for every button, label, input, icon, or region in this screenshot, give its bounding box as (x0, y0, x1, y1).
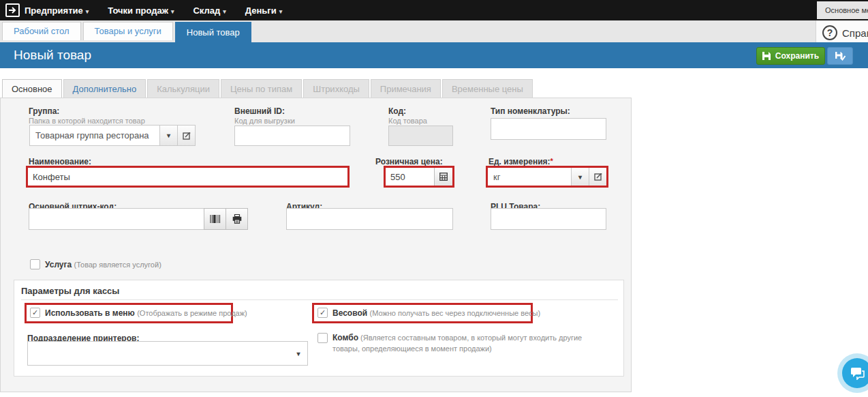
form-tab-prices-by-type: Цены по типам (221, 79, 302, 98)
nomenclature-type-label: Тип номенклатуры: (491, 106, 570, 116)
exit-arrow-icon[interactable] (5, 3, 20, 17)
barcode-scan-button[interactable] (204, 208, 226, 230)
retail-price-highlight (384, 166, 454, 188)
unit-select-value: кг (488, 168, 571, 186)
weighted-label: Весовой (Можно получать вес через подклю… (332, 308, 540, 318)
printer-icon (232, 214, 242, 224)
app-window: Предприятие▾ Точки продаж▾ Склад▾ Деньги… (0, 0, 868, 397)
form-tabs: Основное Дополнительно Калькуляции Цены … (2, 79, 533, 98)
plu-input[interactable] (491, 208, 606, 230)
external-id-label: Внешний ID: (234, 106, 285, 116)
save-button-label: Сохранить (775, 51, 819, 61)
code-hint: Код товара (388, 117, 427, 125)
barcode-icon (210, 214, 221, 224)
price-calculator-button[interactable] (434, 168, 452, 186)
save-button[interactable]: Сохранить (756, 47, 825, 65)
group-dropdown-button[interactable]: ▾ (159, 126, 177, 145)
code-input (388, 126, 453, 146)
calculator-icon (439, 173, 448, 181)
required-asterisk: * (551, 157, 553, 165)
barcode-print-button[interactable] (226, 208, 248, 230)
menu-money[interactable]: Деньги▾ (245, 5, 282, 16)
checkmark-icon: ✓ (320, 308, 326, 317)
tab-desktop[interactable]: Рабочий стол (2, 22, 81, 40)
floppy-check-icon (835, 52, 846, 61)
main-menu-tab[interactable]: Основное меню (817, 1, 868, 19)
printer-dept-select[interactable]: ▾ (27, 341, 308, 366)
service-note: (Товар является услугой) (74, 261, 161, 269)
form-tab-temp-prices: Временные цены (442, 79, 533, 98)
service-checkbox-label: Услуга (Товар является услугой) (45, 260, 161, 269)
printer-dept-dropdown-button[interactable]: ▾ (290, 342, 307, 365)
chat-button[interactable] (842, 358, 868, 388)
barcode-input[interactable] (29, 208, 204, 230)
chat-bubbles-icon (850, 366, 865, 380)
floppy-icon (762, 52, 771, 60)
form-tab-main[interactable]: Основное (2, 79, 62, 98)
external-id-input[interactable] (234, 126, 350, 146)
retail-price-input[interactable] (386, 168, 434, 186)
chevron-down-icon: ▾ (167, 132, 170, 139)
unit-label: Ед. измерения:* (489, 157, 553, 166)
use-in-menu-checkbox[interactable]: ✓ (30, 308, 40, 318)
caret-down-icon: ▾ (171, 8, 174, 15)
combo-note: (Является составным товаром, в который м… (332, 334, 582, 353)
weighted-checkbox[interactable]: ✓ (317, 308, 328, 318)
caret-down-icon: ▾ (279, 8, 283, 15)
help-label: Справка (842, 27, 868, 39)
printer-dept-value (28, 342, 290, 365)
caret-down-icon: ▾ (223, 8, 226, 15)
page-header-bar (0, 42, 868, 68)
combo-checkbox[interactable] (317, 333, 328, 343)
menu-pos[interactable]: Точки продаж▾ (108, 5, 174, 16)
retail-price-label: Розничная цена: (375, 157, 443, 166)
combo-label: Комбо (Является составным товаром, в кот… (332, 332, 600, 354)
external-id-hint: Код для выгрузки (234, 117, 295, 125)
group-edit-button[interactable] (177, 126, 195, 145)
nav-tab-strip: Рабочий стол Товары и услуги Новый товар (0, 20, 868, 42)
group-select[interactable]: Товарная группа ресторана ▾ (29, 125, 196, 146)
caret-down-icon: ▾ (86, 8, 89, 15)
question-icon: ? (822, 25, 837, 40)
service-checkbox[interactable] (30, 259, 40, 269)
page-title: Новый товар (14, 42, 91, 68)
form-tab-barcodes: Штрихкоды (303, 79, 369, 98)
checkmark-icon: ✓ (32, 308, 38, 317)
form-tab-additional[interactable]: Дополнительно (63, 79, 146, 98)
save-and-close-button[interactable] (827, 47, 853, 65)
code-label: Код: (388, 106, 406, 116)
name-label: Наименование: (29, 157, 91, 166)
unit-select[interactable]: кг ▾ (488, 168, 606, 186)
nomenclature-type-input[interactable] (491, 118, 606, 140)
article-input[interactable] (286, 208, 453, 230)
form-tab-calculations: Калькуляции (147, 79, 219, 98)
edit-icon (183, 132, 191, 140)
top-menu-bar: Предприятие▾ Точки продаж▾ Склад▾ Деньги… (0, 0, 868, 20)
unit-edit-button[interactable] (589, 168, 606, 186)
form-tab-notes: Примечания (371, 79, 441, 98)
unit-highlight: кг ▾ (486, 166, 608, 188)
group-label: Группа: (29, 106, 59, 116)
cash-params-title: Параметры для кассы (21, 286, 119, 296)
menu-enterprise[interactable]: Предприятие▾ (25, 5, 89, 16)
weighted-note: (Можно получать вес через подключенные в… (369, 309, 540, 317)
unit-dropdown-button[interactable]: ▾ (571, 168, 589, 186)
section-divider (21, 299, 618, 300)
group-select-value: Товарная группа ресторана (30, 126, 159, 145)
tab-new-product[interactable]: Новый товар (175, 22, 251, 42)
help-button[interactable]: ? Справка (816, 20, 868, 45)
use-in-menu-note: (Отображать в режиме продаж) (137, 309, 247, 317)
name-highlight (26, 166, 350, 188)
menu-warehouse[interactable]: Склад▾ (193, 5, 226, 16)
tab-goods-services[interactable]: Товары и услуги (83, 22, 173, 40)
use-in-menu-label: Использовать в меню (Отображать в режиме… (45, 308, 247, 318)
chevron-down-icon: ▾ (296, 350, 300, 357)
name-input[interactable] (28, 168, 347, 186)
edit-icon (594, 173, 602, 181)
chevron-down-icon: ▾ (578, 173, 582, 181)
group-hint: Папка в которой находится товар (29, 117, 145, 125)
